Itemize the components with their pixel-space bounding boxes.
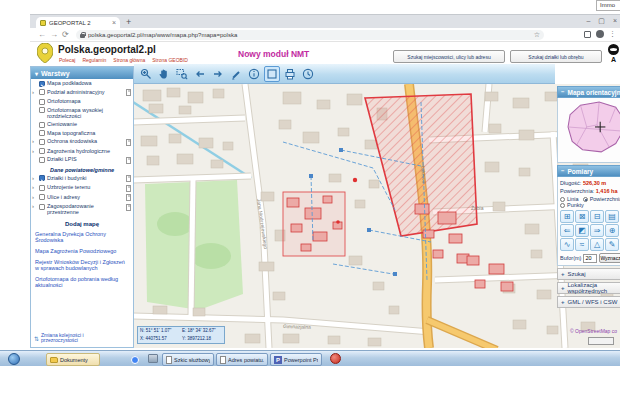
bookmark-star-icon[interactable]: ☆	[534, 31, 540, 39]
map-canvas[interactable]: Jana Modrzejewskiego Łąkowa Żabia Gimnaz…	[133, 84, 620, 348]
layers-panel-header[interactable]: Warstwy	[31, 67, 133, 79]
nmt-banner-link[interactable]: Nowy moduł NMT	[238, 49, 309, 59]
scale-widget[interactable]	[588, 337, 614, 345]
search-address-button[interactable]: Szukaj miejscowości, ulicy lub adresu	[393, 50, 505, 63]
layer-item[interactable]: Ortofotomapa wysokiej rozdzielczości	[31, 106, 133, 121]
layer-item[interactable]: Zagrożenia hydrologiczne	[31, 147, 133, 156]
taskbar-window-button[interactable]: Adres powiatu...	[216, 353, 268, 366]
extensions-icon[interactable]	[584, 31, 591, 38]
layer-legend-icon[interactable]	[126, 89, 131, 96]
measure-tool-icon-open[interactable]: ⊠	[575, 210, 589, 223]
expand-icon[interactable]	[32, 89, 37, 95]
radio-punkty[interactable]: Punkty	[560, 202, 584, 208]
next-view-icon[interactable]	[210, 66, 226, 82]
layer-item[interactable]: Zagospodarowanie przestrzenne	[31, 202, 133, 217]
tab-close-icon[interactable]: ×	[112, 20, 116, 26]
measure-tool-icon-new[interactable]: ⊞	[560, 210, 574, 223]
taskbar-window-button[interactable]: Szkic służbowy Po...	[162, 353, 214, 366]
taskbar-browser-icon[interactable]	[8, 353, 20, 365]
panel-lokalizacja[interactable]: Lokalizacja współrzędnych	[557, 282, 620, 294]
layer-checkbox[interactable]	[39, 99, 45, 105]
back-icon[interactable]: ←	[38, 31, 46, 39]
layer-legend-icon[interactable]	[126, 185, 131, 192]
layer-checkbox[interactable]	[39, 148, 45, 154]
previous-view-icon[interactable]	[192, 66, 208, 82]
forward-icon[interactable]: →	[50, 31, 58, 39]
expand-icon[interactable]	[32, 184, 37, 190]
layer-item[interactable]: Mapa topograficzna	[31, 129, 133, 138]
measure-tool-icon-grid[interactable]: ▤	[605, 210, 619, 223]
radio-powierzchnia[interactable]: Powierzchnia	[583, 196, 620, 202]
layer-legend-icon[interactable]	[126, 194, 131, 201]
overview-panel-header[interactable]: Mapa orientacyjna	[557, 86, 620, 98]
measure-tool-icon-point[interactable]: ⊕	[605, 224, 619, 237]
window-minimize-icon[interactable]: –	[586, 17, 590, 25]
buffer-input[interactable]	[583, 254, 597, 263]
measure-tool-icon-fill[interactable]: ◩	[575, 224, 589, 237]
layer-checkbox[interactable]	[39, 89, 45, 95]
measure-tool-icon[interactable]	[228, 66, 244, 82]
font-size-toggle[interactable]: A	[611, 56, 616, 63]
layer-checkbox[interactable]	[39, 185, 45, 191]
print-tool-icon[interactable]	[282, 66, 298, 82]
layer-item[interactable]: Mapa podkładowa	[31, 79, 133, 88]
browser-menu-icon[interactable]: ⋮	[609, 30, 616, 38]
measure-tool-icon-left[interactable]: ⇐	[560, 224, 574, 237]
link-strona-geobid[interactable]: Strona GEOBID	[152, 57, 188, 63]
layer-checkbox[interactable]	[39, 122, 45, 128]
layer-item[interactable]: Uzbrojenie terenu	[31, 183, 133, 193]
layer-item[interactable]: Cieniowanie	[31, 120, 133, 129]
expand-icon[interactable]	[32, 175, 37, 181]
measure-tool-icon-approx[interactable]: ≈	[575, 238, 589, 251]
url-text[interactable]: polska.geoportal2.pl/map/www/mapa.php?ma…	[88, 32, 531, 38]
zoom-window-tool-icon[interactable]	[174, 66, 190, 82]
measure-tool-icon-tri[interactable]: △	[590, 238, 604, 251]
panel-szukaj[interactable]: Szukaj	[557, 268, 620, 280]
expand-icon[interactable]	[32, 138, 37, 144]
layer-checkbox[interactable]	[39, 81, 45, 87]
layer-legend-icon[interactable]	[126, 204, 131, 211]
expand-icon[interactable]	[32, 194, 37, 200]
expand-icon[interactable]	[32, 148, 37, 154]
add-map-link[interactable]: Rejestr Wniosków Decyzji i Zgłoszeń w sp…	[31, 257, 133, 274]
layer-item[interactable]: Działki LPIS	[31, 155, 133, 165]
link-regulamin[interactable]: Regulamin	[82, 57, 106, 63]
search-parcel-button[interactable]: Szukaj działki lub obrębu	[510, 50, 602, 63]
measure-tool-icon-free[interactable]: ∿	[560, 238, 574, 251]
overview-map[interactable]	[557, 98, 620, 163]
layer-checkbox[interactable]	[39, 175, 45, 181]
contrast-eye-icon[interactable]	[608, 44, 619, 55]
measure-panel-header[interactable]: Pomiary	[557, 165, 620, 177]
layer-item[interactable]: Ortofotomapa	[31, 97, 133, 106]
add-map-link[interactable]: Mapa Zagrożenia Powodziowego	[31, 246, 133, 257]
link-polecaj[interactable]: Polecaj	[59, 57, 75, 63]
select-area-tool-icon[interactable]	[264, 66, 280, 82]
window-maximize-icon[interactable]: ▢	[598, 17, 605, 25]
add-map-link[interactable]: Generalna Dyrekcja Ochrony Środowiska	[31, 229, 133, 246]
layer-legend-icon[interactable]	[126, 175, 131, 182]
panel-gml-wfs[interactable]: GML / WFS i CSW	[557, 296, 620, 308]
taskbar-network-icon[interactable]	[148, 354, 158, 363]
url-field[interactable]: polska.geoportal2.pl/map/www/mapa.php?ma…	[76, 30, 544, 40]
history-tool-icon[interactable]	[300, 66, 316, 82]
taskbar-window-button[interactable]: P Powerpoint Pre...	[270, 353, 322, 366]
taskbar-red-app-icon[interactable]	[330, 353, 341, 364]
osm-attribution-link[interactable]: © OpenStreetMap co	[570, 328, 620, 334]
buffer-button[interactable]: Wyznacz	[599, 253, 620, 263]
measure-tool-icon-save[interactable]: ⊟	[590, 210, 604, 223]
window-close-icon[interactable]: ×	[613, 17, 617, 25]
link-strona-glowna[interactable]: Strona główna	[113, 57, 145, 63]
taskbar-active-window[interactable]: Dokumenty	[46, 353, 100, 366]
add-map-link[interactable]: Ortofotomapa do pobrania według aktualno…	[31, 274, 133, 291]
layer-item[interactable]: Podział administracyjny	[31, 88, 133, 98]
layer-order-link[interactable]: Zmiana kolejności i przezroczystości	[34, 333, 119, 345]
layer-checkbox[interactable]	[39, 157, 45, 163]
pan-hand-tool-icon[interactable]	[156, 66, 172, 82]
reload-icon[interactable]: ⟳	[62, 31, 69, 39]
layer-checkbox[interactable]	[39, 194, 45, 200]
measure-tool-icon-right[interactable]: ⇒	[590, 224, 604, 237]
layer-checkbox[interactable]	[39, 204, 45, 210]
expand-icon[interactable]	[32, 203, 37, 209]
new-tab-button[interactable]: +	[126, 18, 131, 27]
layer-checkbox[interactable]	[39, 130, 45, 136]
